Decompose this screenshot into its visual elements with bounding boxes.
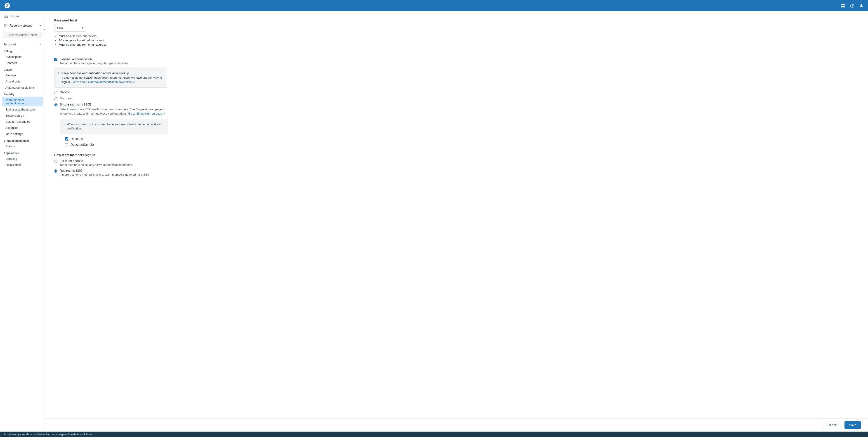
google-radio-label[interactable]: Google [60,90,70,94]
status-bar: https://descope.zendesk.com/admin/accoun… [0,432,868,437]
sidebar-item-brands[interactable]: Brands [0,143,45,149]
sso-info-box: ℹ When you use SSO, you need to do your … [60,119,168,134]
account-section-header[interactable]: Account ▲ [0,40,45,48]
microsoft-radio-label[interactable]: Microsoft [60,96,72,100]
let-choose-radio-row: Let them choose Team members select any … [54,159,859,166]
external-auth-label[interactable]: External authentication Team members can… [60,57,129,65]
sidebar-item-deletion-schedules[interactable]: Deletion schedules [0,119,45,125]
descope-checkbox-row: Descope [65,137,168,141]
info-box-title: Keep Zendesk authentication active as a … [61,71,129,75]
sidebar-item-automated-resolutions[interactable]: Automated resolutions [0,85,45,91]
status-url: https://descope.zendesk.com/admin/accoun… [3,433,92,436]
svg-point-6 [861,4,862,6]
sidebar-search-container: 🔍 [0,30,45,40]
let-choose-content: Let them choose Team members select any … [60,159,133,166]
redirect-sso-content: Redirect to SSO If more than one method … [60,169,150,176]
external-auth-learn-link[interactable]: Learn about external authentication down… [72,80,135,84]
sso-info-icon: ℹ [64,122,65,131]
sign-in-method-section: How team members sign in Let them choose… [54,153,859,176]
descope-checkbox[interactable] [65,137,68,141]
external-auth-sublabel: Team members can sign in using third-par… [60,61,129,65]
sidebar-item-team-member-auth[interactable]: Team member authentication [2,97,43,106]
svg-rect-0 [841,4,843,5]
info-box-text: Keep Zendesk authentication active as a … [61,71,163,84]
account-chevron: ▲ [39,43,41,45]
sidebar-item-subscription[interactable]: Subscription [0,54,45,60]
sidebar-item-contacts[interactable]: Contacts [0,60,45,66]
save-button[interactable]: Save [844,421,861,429]
cancel-button[interactable]: Cancel [823,421,842,429]
how-sign-in-heading: How team members sign in [54,153,859,157]
svg-rect-2 [841,6,843,7]
main-content: Password level Low Medium High ▼ Must be… [45,11,868,418]
let-choose-radio[interactable] [54,160,57,163]
redirect-sso-radio[interactable] [54,169,57,173]
recently-viewed-label: Recently viewed [4,24,33,28]
footer-bar: Cancel Save [45,418,868,432]
info-icon: ℹ [58,71,59,84]
descope-sample-checkbox-row: DescopeSample [65,143,168,147]
redirect-sso-radio-row: Redirect to SSO If more than one method … [54,169,859,176]
svg-point-5 [852,6,852,7]
password-requirements-list: Must be at least 5 characters 10 attempt… [54,34,859,46]
descope-label[interactable]: Descope [70,137,83,141]
sidebar-item-ai-bots[interactable]: AI and bots [0,79,45,85]
sso-description: Select one or more SSO methods for team … [60,107,168,116]
sidebar-item-end-user-auth[interactable]: End user authentication [0,106,45,113]
appearance-category: Appearance [0,149,45,156]
usage-category: Usage [0,66,45,72]
help-icon[interactable] [849,2,855,9]
let-choose-desc: Team members select any active authentic… [60,163,133,166]
topbar-right [840,2,864,9]
microsoft-radio-row: Microsoft [54,96,859,100]
sidebar-item-localization[interactable]: Localization [0,162,45,168]
billing-category: Billing [0,48,45,54]
redirect-sso-desc: If more than one method is active, team … [60,173,150,176]
backup-auth-info-box: ℹ Keep Zendesk authentication active as … [54,68,167,88]
sso-radio-label[interactable]: Single sign-on (SSO) [60,102,91,106]
descope-sample-checkbox[interactable] [65,143,68,147]
sidebar-item-storage[interactable]: Storage [0,72,45,79]
requirement-1: Must be at least 5 characters [59,34,859,38]
let-choose-label[interactable]: Let them choose [60,159,83,163]
redirect-sso-label[interactable]: Redirect to SSO [60,169,83,173]
sso-info-text: When you use SSO, you need to do your ow… [67,122,164,131]
sidebar-item-advanced[interactable]: Advanced [0,125,45,131]
sso-radio[interactable] [54,103,57,106]
sidebar-item-single-sign-on[interactable]: Single sign-on [0,113,45,119]
grid-icon[interactable] [840,2,846,9]
svg-rect-3 [843,6,845,7]
password-level-select-wrapper: Low Medium High ▼ [54,24,86,32]
requirement-3: Must be different from email address [59,43,859,46]
account-label: Account [4,42,16,46]
sso-page-link[interactable]: Go to Single sign-on page [128,112,165,115]
profile-icon[interactable] [858,2,864,9]
external-auth-section: External authentication Team members can… [54,57,859,149]
brand-management-category: Brand management [0,137,45,143]
password-level-section: Password level Low Medium High ▼ Must be… [54,19,859,46]
google-radio-row: Google [54,90,859,94]
topbar [0,0,868,11]
sidebar: ◀ Home Recently viewed ▼ [0,11,45,432]
external-auth-checkbox[interactable] [54,58,57,61]
home-label: Home [10,14,19,18]
sso-radio-content: Single sign-on (SSO) Select one or more … [60,102,168,149]
search-input[interactable] [3,32,42,38]
google-radio[interactable] [54,91,57,94]
clock-icon [4,24,8,28]
app-body: ◀ Home Recently viewed ▼ [0,11,868,432]
sidebar-item-branding[interactable]: Branding [0,156,45,162]
account-section: Account ▲ Billing Subscription Contacts … [0,40,45,168]
recently-viewed-header[interactable]: Recently viewed ▼ [0,21,45,30]
sidebar-collapse-button[interactable]: ◀ [43,26,45,32]
password-level-select[interactable]: Low Medium High [54,24,86,32]
sidebar-item-home[interactable]: Home [0,11,45,21]
sso-sub-options: Descope DescopeSample [65,137,168,147]
descope-sample-label[interactable]: DescopeSample [70,143,94,147]
requirement-2: 10 attempts allowed before lockout [59,39,859,42]
sidebar-item-more-settings[interactable]: More settings [0,131,45,137]
external-auth-checkbox-row: External authentication Team members can… [54,57,859,65]
recently-viewed-chevron: ▼ [39,24,41,27]
home-icon [4,14,8,19]
microsoft-radio[interactable] [54,97,57,100]
